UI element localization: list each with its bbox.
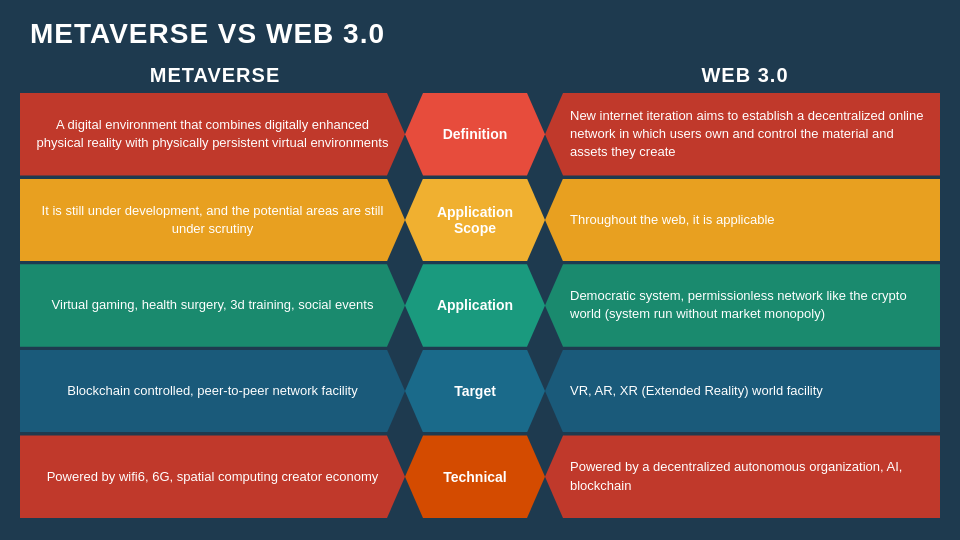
header-spacer [410, 58, 550, 93]
application-right: Democratic system, permissionless networ… [545, 264, 940, 347]
scope-center: Application Scope [405, 179, 545, 262]
application-left: Virtual gaming, health surgery, 3d train… [20, 264, 405, 347]
header-web: WEB 3.0 [550, 58, 940, 93]
header-metaverse: METAVERSE [20, 58, 410, 93]
page-title: METAVERSE VS WEB 3.0 [0, 0, 960, 58]
row-application: Virtual gaming, health surgery, 3d train… [20, 264, 940, 347]
technical-left: Powered by wifi6, 6G, spatial computing … [20, 435, 405, 518]
rows-container: A digital environment that combines digi… [20, 93, 940, 518]
headers-row: METAVERSE WEB 3.0 [20, 58, 940, 93]
scope-left: It is still under development, and the p… [20, 179, 405, 262]
technical-right: Powered by a decentralized autonomous or… [545, 435, 940, 518]
row-scope: It is still under development, and the p… [20, 179, 940, 262]
definition-center: Definition [405, 93, 545, 176]
row-target: Blockchain controlled, peer-to-peer netw… [20, 350, 940, 433]
definition-left: A digital environment that combines digi… [20, 93, 405, 176]
definition-right: New internet iteration aims to establish… [545, 93, 940, 176]
application-center: Application [405, 264, 545, 347]
target-right: VR, AR, XR (Extended Reality) world faci… [545, 350, 940, 433]
main-container: METAVERSE WEB 3.0 A digital environment … [0, 58, 960, 528]
target-center: Target [405, 350, 545, 433]
technical-center: Technical [405, 435, 545, 518]
target-left: Blockchain controlled, peer-to-peer netw… [20, 350, 405, 433]
scope-right: Throughout the web, it is applicable [545, 179, 940, 262]
row-technical: Powered by wifi6, 6G, spatial computing … [20, 435, 940, 518]
row-definition: A digital environment that combines digi… [20, 93, 940, 176]
